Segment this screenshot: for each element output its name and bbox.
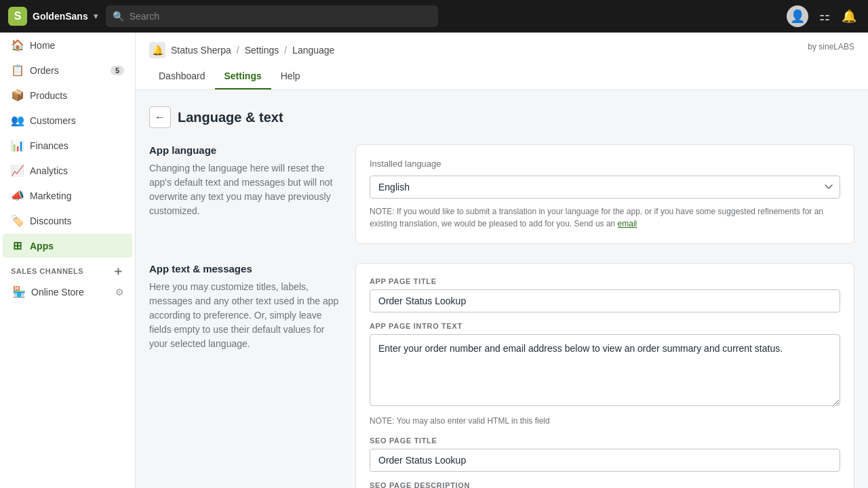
- home-icon: 🏠: [11, 39, 23, 52]
- search-input[interactable]: [130, 11, 431, 22]
- installed-language-label: Installed language: [370, 159, 840, 169]
- main-content: 🔔 Status Sherpa / Settings / Language by…: [136, 33, 868, 488]
- sales-channels-label: SALES CHANNELS: [11, 267, 83, 275]
- page-tabs: Dashboard Settings Help: [149, 64, 854, 89]
- email-link[interactable]: email: [618, 219, 637, 228]
- breadcrumb-current: Language: [292, 45, 334, 56]
- by-sinelabs-text: by: [808, 42, 818, 52]
- discounts-icon: 🏷️: [11, 214, 23, 227]
- breadcrumb-sep-2: /: [284, 45, 287, 56]
- notification-icon[interactable]: 🔔: [838, 5, 860, 27]
- search-bar[interactable]: 🔍: [106, 5, 438, 27]
- language-note: NOTE: If you would like to submit a tran…: [370, 205, 840, 230]
- breadcrumb-sep-1: /: [237, 45, 239, 56]
- analytics-icon: 📈: [11, 164, 23, 177]
- sidebar-item-finances[interactable]: 📊 Finances: [3, 134, 132, 157]
- app-icon: 🔔: [149, 42, 165, 58]
- top-nav-action-icons: ⚏ 🔔: [814, 5, 860, 27]
- search-icon: 🔍: [113, 11, 124, 22]
- sidebar-item-customers[interactable]: 👥 Customers: [3, 108, 132, 132]
- sidebar-item-home[interactable]: 🏠 Home: [3, 33, 132, 57]
- brand-chevron-icon: ▾: [94, 12, 98, 21]
- app-text-title: App text & messages: [149, 263, 339, 274]
- section-title-row: ← Language & text: [149, 106, 854, 128]
- marketing-icon: 📣: [11, 189, 23, 202]
- orders-badge: 5: [111, 66, 124, 75]
- breadcrumb: 🔔 Status Sherpa / Settings / Language: [149, 33, 334, 58]
- sidebar-item-orders[interactable]: 📋 Orders 5: [3, 58, 132, 82]
- breadcrumb-app-name[interactable]: Status Sherpa: [171, 45, 231, 56]
- sidebar-sub-item-label: Online Store: [31, 287, 84, 298]
- app-page-title-label: APP PAGE TITLE: [370, 277, 840, 285]
- app-language-description: App language Changing the language here …: [149, 144, 339, 244]
- breadcrumb-settings[interactable]: Settings: [245, 45, 279, 56]
- top-navigation: S GoldenSans ▾ 🔍 👤 ⚏ 🔔: [0, 0, 868, 33]
- customers-icon: 👥: [11, 114, 23, 127]
- app-language-title: App language: [149, 144, 339, 156]
- apps-icon: ⊞: [11, 239, 23, 252]
- app-language-section: App language Changing the language here …: [149, 144, 854, 244]
- brand-name: GoldenSans: [33, 11, 88, 22]
- sidebar-item-marketing[interactable]: 📣 Marketing: [3, 184, 132, 207]
- top-nav-right: 👤 ⚏ 🔔: [787, 5, 860, 27]
- sales-channels-section: SALES CHANNELS ＋: [0, 258, 135, 280]
- barcode-icon[interactable]: ⚏: [814, 5, 835, 27]
- seo-page-title-label: SEO PAGE TITLE: [370, 436, 840, 445]
- sidebar-item-label: Apps: [30, 241, 54, 251]
- app-page-intro-label: APP PAGE INTRO TEXT: [370, 322, 840, 330]
- products-icon: 📦: [11, 89, 23, 102]
- back-button[interactable]: ←: [149, 106, 171, 128]
- sidebar-item-analytics[interactable]: 📈 Analytics: [3, 159, 132, 182]
- app-text-description: App text & messages Here you may customi…: [149, 263, 339, 488]
- app-text-section: App text & messages Here you may customi…: [149, 263, 854, 488]
- sidebar-item-label: Products: [30, 90, 67, 101]
- content-area: ← Language & text App language Changing …: [136, 90, 868, 488]
- sidebar-item-label: Discounts: [30, 216, 71, 226]
- shopify-icon: S: [8, 7, 27, 26]
- by-sinelabs: by sineLABS: [808, 33, 854, 52]
- add-sales-channel-button[interactable]: ＋: [112, 265, 124, 277]
- sidebar-item-discounts[interactable]: 🏷️ Discounts: [3, 209, 132, 232]
- app-page-intro-textarea[interactable]: [370, 334, 840, 406]
- sidebar-item-products[interactable]: 📦 Products: [3, 83, 132, 107]
- sidebar-item-label: Finances: [30, 140, 68, 151]
- orders-icon: 📋: [11, 64, 23, 77]
- sidebar-item-apps[interactable]: ⊞ Apps: [3, 234, 132, 258]
- sidebar-item-label: Customers: [30, 115, 76, 126]
- tab-dashboard[interactable]: Dashboard: [149, 64, 215, 89]
- app-text-body: Here you may customize titles, labels, m…: [149, 280, 339, 351]
- sidebar-item-label: Marketing: [30, 190, 71, 201]
- app-language-card: Installed language English French Spanis…: [355, 144, 854, 244]
- tab-help[interactable]: Help: [271, 64, 310, 89]
- sidebar-item-label: Home: [30, 40, 55, 51]
- sidebar-item-label: Analytics: [30, 165, 68, 176]
- sidebar: 🏠 Home 📋 Orders 5 📦 Products 👥 Customers…: [0, 33, 136, 488]
- finances-icon: 📊: [11, 139, 23, 152]
- sidebar-item-online-store[interactable]: 🏪 Online Store ⚙: [3, 281, 132, 303]
- app-text-card: APP PAGE TITLE APP PAGE INTRO TEXT NOTE:…: [355, 263, 854, 488]
- page-header: 🔔 Status Sherpa / Settings / Language by…: [136, 33, 868, 90]
- online-store-icon: 🏪: [12, 285, 24, 298]
- sinelabs-name: sineLABS: [818, 42, 854, 52]
- page-title: Language & text: [178, 110, 283, 125]
- app-language-body: Changing the language here will reset th…: [149, 161, 339, 218]
- seo-page-desc-label: SEO PAGE DESCRIPTION: [370, 481, 840, 488]
- online-store-settings-icon[interactable]: ⚙: [115, 287, 124, 298]
- sidebar-item-label: Orders: [30, 65, 59, 76]
- seo-page-title-input[interactable]: [370, 449, 840, 472]
- language-select[interactable]: English French Spanish German Dutch: [370, 176, 840, 199]
- app-page-title-input[interactable]: [370, 289, 840, 312]
- avatar[interactable]: 👤: [787, 5, 808, 27]
- brand-logo[interactable]: S GoldenSans ▾: [8, 7, 98, 26]
- tab-settings[interactable]: Settings: [215, 64, 271, 89]
- app-page-intro-note: NOTE: You may also enter valid HTML in t…: [370, 415, 840, 427]
